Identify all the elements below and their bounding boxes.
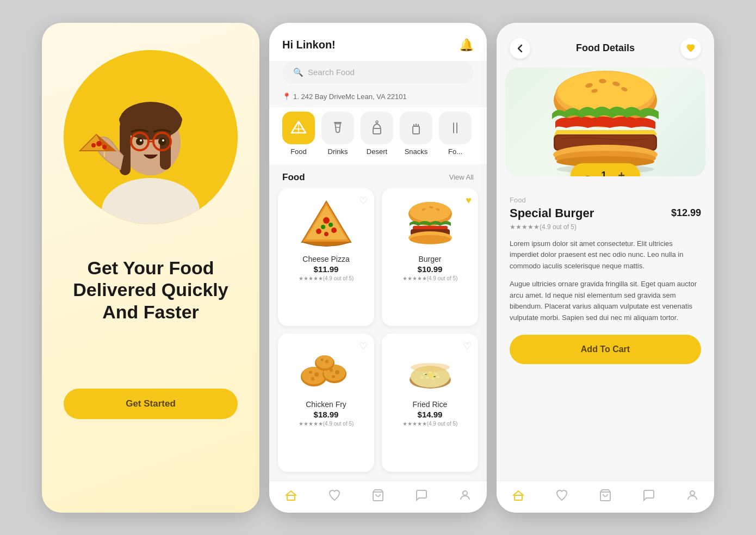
- svg-point-76: [429, 373, 434, 378]
- food-card-pizza[interactable]: ♡ Cheese Pizza: [278, 188, 374, 327]
- details-nav-home-icon[interactable]: [512, 489, 525, 502]
- headline: Get Your Food Delivered Quickly And Fast…: [64, 257, 238, 323]
- svg-point-7: [119, 109, 182, 131]
- food-card-chicken[interactable]: ♡: [278, 334, 374, 472]
- category-snacks[interactable]: Snacks: [400, 112, 432, 156]
- food-item-name: Special Burger: [510, 206, 594, 220]
- svg-point-64: [325, 360, 329, 363]
- rice-image: [389, 341, 470, 396]
- svg-point-11: [136, 138, 144, 145]
- category-more[interactable]: Fo...: [439, 112, 472, 156]
- desert-category-icon: [369, 120, 385, 136]
- nav-profile-icon[interactable]: [458, 489, 472, 502]
- category-food[interactable]: Food: [282, 112, 315, 156]
- details-bottom-nav: [497, 481, 714, 513]
- category-food-icon-box: [282, 112, 315, 144]
- burger-svg: [403, 199, 457, 248]
- chicken-price: $18.99: [286, 410, 367, 419]
- svg-point-26: [376, 121, 378, 123]
- burger-name: Burger: [389, 255, 470, 263]
- category-desert-label: Desert: [367, 147, 387, 156]
- svg-point-50: [410, 235, 451, 244]
- favorite-button[interactable]: [680, 38, 701, 59]
- svg-point-84: [557, 71, 653, 113]
- category-food-label: Food: [290, 147, 307, 156]
- category-desert-icon-box: [361, 112, 393, 144]
- heart-burger-icon[interactable]: ♥: [466, 195, 472, 206]
- details-nav-profile-icon[interactable]: [686, 489, 699, 502]
- svg-point-14: [162, 139, 164, 142]
- svg-point-36: [323, 217, 330, 224]
- phone-food-list: Hi Linkon! 🔔 🔍 Search Food 📍 1. 242 Bay …: [269, 23, 487, 513]
- location-pin-icon: 📍: [282, 93, 291, 101]
- pizza-name: Cheese Pizza: [286, 255, 367, 263]
- details-nav-favorites-icon[interactable]: [555, 489, 568, 502]
- food-category-icon: [290, 120, 307, 136]
- pizza-stars: ★★★★★(4.9 out of 5): [286, 275, 367, 281]
- add-to-cart-button[interactable]: Add To Cart: [510, 335, 701, 364]
- burger-image: [389, 196, 470, 250]
- food-card-rice[interactable]: ♡: [382, 334, 478, 472]
- svg-point-43: [410, 202, 451, 222]
- pizza-svg: [299, 199, 354, 248]
- bottom-nav-list: [269, 481, 487, 513]
- details-nav-chat-icon[interactable]: [642, 489, 655, 502]
- view-all-link[interactable]: View All: [449, 173, 474, 181]
- svg-point-18: [102, 145, 107, 149]
- search-bar[interactable]: 🔍 Search Food: [282, 61, 474, 84]
- details-nav-cart-icon[interactable]: [599, 489, 612, 502]
- nav-home-icon[interactable]: [284, 489, 298, 502]
- food-details-title: Food Details: [576, 42, 635, 54]
- notification-bell-icon[interactable]: 🔔: [459, 38, 474, 52]
- category-more-label: Fo...: [448, 147, 462, 156]
- list-header: Hi Linkon! 🔔: [269, 23, 487, 61]
- search-icon: 🔍: [293, 67, 303, 77]
- quantity-control: - 1 +: [571, 163, 640, 176]
- food-card-burger[interactable]: ♥: [382, 188, 478, 327]
- greeting-text: Hi Linkon!: [282, 39, 336, 51]
- svg-point-41: [324, 232, 329, 236]
- quantity-minus-button[interactable]: -: [586, 169, 590, 176]
- svg-point-19: [91, 143, 96, 147]
- big-burger-svg: [540, 70, 671, 174]
- food-description-1: Lorem ipsum dolor sit amet consectetur. …: [510, 238, 701, 272]
- heart-pizza-icon[interactable]: ♡: [359, 195, 368, 207]
- category-drinks[interactable]: Drinks: [321, 112, 354, 156]
- svg-point-55: [311, 377, 314, 380]
- rice-price: $14.99: [389, 410, 470, 419]
- heart-rice-icon[interactable]: ♡: [463, 340, 472, 352]
- rice-name: Fried Rice: [389, 400, 470, 409]
- svg-point-59: [335, 370, 339, 374]
- svg-point-74: [425, 374, 427, 375]
- svg-point-97: [690, 491, 695, 495]
- svg-rect-78: [287, 495, 295, 500]
- svg-point-80: [463, 491, 467, 495]
- food-description-2: Augue ultricies ornare gravida fringilla…: [510, 279, 701, 324]
- quantity-plus-button[interactable]: +: [618, 169, 625, 176]
- nav-chat-icon[interactable]: [415, 489, 428, 502]
- svg-point-40: [329, 223, 333, 227]
- back-button[interactable]: [510, 38, 530, 59]
- details-category-label: Food: [510, 196, 701, 204]
- rice-svg: [403, 344, 457, 393]
- pizza-price: $11.99: [286, 265, 367, 274]
- details-body: Food Special Burger $12.99 ★★★★★(4.9 out…: [497, 176, 714, 481]
- food-section-title: Food: [282, 172, 305, 183]
- svg-point-12: [158, 138, 166, 145]
- svg-point-62: [316, 355, 333, 368]
- svg-point-77: [411, 363, 450, 372]
- quantity-value: 1: [598, 170, 609, 176]
- svg-point-13: [140, 139, 142, 142]
- chicken-image: [286, 341, 367, 396]
- nav-cart-icon[interactable]: [371, 489, 385, 502]
- food-item-price: $12.99: [671, 207, 701, 219]
- category-desert[interactable]: Desert: [361, 112, 393, 156]
- svg-point-17: [96, 141, 102, 146]
- nav-favorites-icon[interactable]: [328, 489, 341, 502]
- heart-chicken-icon[interactable]: ♡: [359, 340, 368, 352]
- category-snacks-label: Snacks: [405, 147, 428, 156]
- get-started-button[interactable]: Get Started: [64, 389, 238, 419]
- burger-stars: ★★★★★(4.9 out of 5): [389, 275, 470, 281]
- phone-food-details: Food Details: [497, 23, 714, 513]
- burger-hero-image: - 1 +: [505, 67, 705, 176]
